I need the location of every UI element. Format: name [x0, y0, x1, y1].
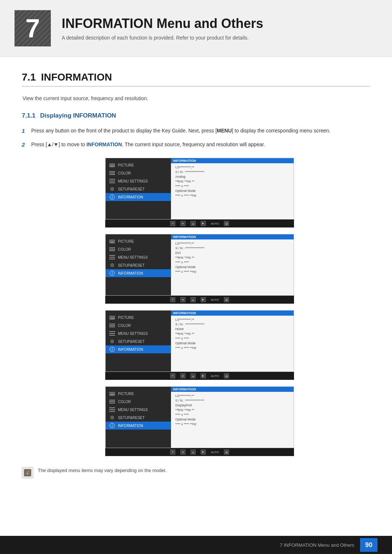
- menu-panel-2: PICTURECOLORMENU SETTINGSSETUP&RESETiINF…: [106, 311, 171, 372]
- menu-item-information[interactable]: iINFORMATION: [106, 422, 171, 430]
- menu-item-label: MENU SETTINGS: [118, 408, 148, 412]
- toolbar-button[interactable]: ⏻: [224, 373, 229, 378]
- menu-panel-0: PICTURECOLORMENU SETTINGSSETUP&RESETiINF…: [106, 158, 171, 219]
- color-icon: [109, 323, 115, 328]
- info-icon: i: [109, 423, 115, 428]
- info-line: **** x ****: [175, 260, 289, 264]
- step-2-number: 2: [22, 140, 28, 149]
- menu-item-picture[interactable]: PICTURE: [106, 390, 171, 398]
- color-icon: [109, 247, 115, 251]
- menu-item-picture[interactable]: PICTURE: [106, 237, 171, 245]
- menu-item-color[interactable]: COLOR: [106, 169, 171, 177]
- menu-item-setup-reset[interactable]: SETUP&RESET: [106, 414, 171, 422]
- screenshot-wrapper-3: PICTURECOLORMENU SETTINGSSETUP&RESETiINF…: [105, 386, 294, 456]
- info-panel-1: INFORMATIONLS*********;**S / N : *******…: [171, 234, 294, 295]
- monitor-screenshot-3: PICTURECOLORMENU SETTINGSSETUP&RESETiINF…: [105, 386, 294, 448]
- toolbar-button[interactable]: ▲: [191, 450, 196, 455]
- gear-icon: [109, 415, 115, 420]
- toolbar-button[interactable]: ▲: [191, 373, 196, 378]
- toolbar-auto-label: AUTO: [211, 222, 219, 225]
- svg-point-4: [112, 189, 113, 190]
- menu-item-information[interactable]: iINFORMATION: [106, 193, 171, 201]
- toolbar-button[interactable]: ⏻: [224, 297, 229, 302]
- toolbar-button[interactable]: ▲: [191, 221, 196, 226]
- info-bold: INFORMATION: [86, 141, 122, 147]
- info-line: DisplayPort: [175, 403, 289, 407]
- toolbar-button[interactable]: ▶: [201, 221, 206, 226]
- toolbar-button[interactable]: ⏻: [224, 221, 229, 226]
- info-line: S / N : ***************: [175, 399, 289, 402]
- menu-item-label: PICTURE: [118, 163, 134, 167]
- toolbar-button[interactable]: ✕: [170, 221, 175, 226]
- toolbar-button[interactable]: ▼: [180, 221, 185, 226]
- toolbar-button[interactable]: ✕: [170, 373, 175, 378]
- menu-item-menu-settings[interactable]: MENU SETTINGS: [106, 253, 171, 261]
- menu-item-label: INFORMATION: [118, 195, 143, 199]
- toolbar-button[interactable]: ▶: [201, 373, 206, 378]
- info-line: S / N : ***************: [175, 246, 289, 250]
- header-title: INFORMATION Menu and Others: [62, 16, 370, 31]
- picture-icon: [109, 163, 115, 167]
- header-text-block: INFORMATION Menu and Others A detailed d…: [62, 16, 370, 41]
- menu-item-setup-reset[interactable]: SETUP&RESET: [106, 261, 171, 269]
- menu-item-color[interactable]: COLOR: [106, 398, 171, 406]
- toolbar-button[interactable]: ✕: [170, 450, 175, 455]
- subsection-title: Displaying INFORMATION: [40, 112, 116, 119]
- menu-item-label: MENU SETTINGS: [118, 179, 148, 183]
- menu-item-label: MENU SETTINGS: [118, 255, 148, 259]
- step-2: 2 Press [▲/▼] to move to INFORMATION. Th…: [22, 140, 370, 149]
- info-line: Optimal Mode: [175, 341, 289, 345]
- chapter-number: 7: [15, 10, 51, 46]
- menu-item-color[interactable]: COLOR: [106, 321, 171, 329]
- main-content: 7.1 INFORMATION View the current input s…: [0, 57, 392, 508]
- toolbar-button[interactable]: ▼: [180, 450, 185, 455]
- toolbar-button[interactable]: ✕: [170, 297, 175, 302]
- menu-item-label: COLOR: [118, 247, 131, 251]
- toolbar-button[interactable]: ▶: [201, 450, 206, 455]
- note-box: ℒ The displayed menu items may vary depe…: [22, 467, 370, 479]
- menu-item-menu-settings[interactable]: MENU SETTINGS: [106, 329, 171, 337]
- info-line: **** x **** **Hz: [175, 270, 289, 274]
- menu-item-picture[interactable]: PICTURE: [106, 161, 171, 169]
- picture-icon: [109, 315, 115, 320]
- menu-item-color[interactable]: COLOR: [106, 245, 171, 253]
- toolbar-button[interactable]: ▲: [191, 297, 196, 302]
- svg-point-19: [112, 417, 113, 418]
- toolbar-button[interactable]: ▼: [180, 297, 185, 302]
- info-line: **** x **** **Hz: [175, 194, 289, 197]
- info-line: Analog: [175, 175, 289, 178]
- toolbar-button[interactable]: ▼: [180, 373, 185, 378]
- menu-item-information[interactable]: iINFORMATION: [106, 345, 171, 353]
- menu-item-picture[interactable]: PICTURE: [106, 313, 171, 321]
- step-2-text: Press [▲/▼] to move to INFORMATION. The …: [31, 140, 370, 149]
- key-menu: MENU: [217, 128, 232, 134]
- screenshot-toolbar-1: ✕▼▲▶AUTO⏻: [105, 296, 294, 304]
- svg-point-9: [112, 265, 113, 266]
- screenshot-wrapper-2: PICTURECOLORMENU SETTINGSSETUP&RESETiINF…: [105, 310, 294, 380]
- info-icon: i: [109, 347, 115, 352]
- info-line: LS*********;**: [175, 165, 289, 169]
- toolbar-auto-label: AUTO: [211, 374, 219, 378]
- info-line: Optimal Mode: [175, 189, 289, 193]
- svg-point-14: [112, 341, 113, 342]
- menu-item-information[interactable]: iINFORMATION: [106, 269, 171, 277]
- screenshot-toolbar-2: ✕▼▲▶AUTO⏻: [105, 372, 294, 380]
- menu-item-label: COLOR: [118, 171, 131, 175]
- info-icon: i: [109, 271, 115, 275]
- info-line: DVI: [175, 251, 289, 255]
- menu-item-menu-settings[interactable]: MENU SETTINGS: [106, 406, 171, 414]
- info-panel-0: INFORMATIONLS*********;**S / N : *******…: [171, 158, 294, 219]
- toolbar-button[interactable]: ⏻: [224, 450, 229, 455]
- toolbar-button[interactable]: ▶: [201, 297, 206, 302]
- menu-settings-icon: [109, 407, 115, 412]
- info-line: **kHz **Hz **: [175, 332, 289, 336]
- menu-item-setup-reset[interactable]: SETUP&RESET: [106, 337, 171, 345]
- screenshot-toolbar-3: ✕▼▲▶AUTO⏻: [105, 448, 294, 456]
- note-icon-inner: ℒ: [24, 469, 31, 476]
- info-line: HDMI: [175, 327, 289, 331]
- menu-item-setup-reset[interactable]: SETUP&RESET: [106, 185, 171, 193]
- subsection-heading: 7.1.1 Displaying INFORMATION: [22, 112, 370, 119]
- menu-item-menu-settings[interactable]: MENU SETTINGS: [106, 177, 171, 185]
- menu-item-label: SETUP&RESET: [118, 187, 144, 191]
- info-panel-3: INFORMATIONLS*********;**S / N : *******…: [171, 387, 294, 448]
